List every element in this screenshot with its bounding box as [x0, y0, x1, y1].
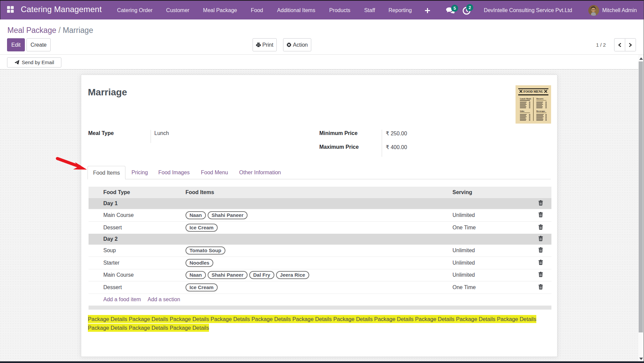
svg-text:Desserts: Desserts	[536, 98, 544, 100]
svg-text:Sides: Sides	[520, 110, 525, 112]
svg-text:Beverages: Beverages	[536, 110, 545, 112]
svg-text:Lunch Meals: Lunch Meals	[520, 98, 531, 100]
svg-text:FOOD MENU: FOOD MENU	[524, 90, 543, 93]
